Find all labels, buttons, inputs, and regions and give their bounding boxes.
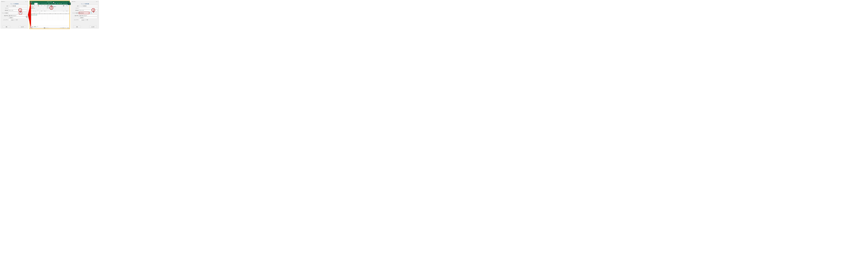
redo-icon[interactable]: ↷ [34, 1, 35, 2]
label-comment: コメント [72, 8, 79, 9]
label-name: 名前 [72, 5, 79, 7]
zoom-in[interactable]: + [66, 28, 67, 28]
property-panel-after: プロパティ ▼ ✕ ウィンドウ状態待機 名前 ウィンドウ状態待機 コメント 取得… [71, 1, 99, 29]
zoom-value[interactable]: 100% [67, 28, 69, 28]
revert-button[interactable]: 元に戻す [19, 26, 26, 28]
pagebreak-view-icon[interactable] [47, 27, 49, 28]
paste-label[interactable]: 貼り付け [31, 8, 34, 9]
waitmode-select[interactable]: 一定時間待つ▼ [79, 17, 98, 18]
tab-signin[interactable]: サインイン [63, 3, 67, 5]
section-title: ウィンドウ状態待機 [1, 3, 28, 5]
group-edit[interactable]: 編集 [66, 10, 68, 11]
label-comment: コメント [1, 8, 8, 9]
col-header[interactable]: E [53, 13, 58, 14]
name-input[interactable]: ウィンドウ状態待機 [8, 5, 28, 7]
group-number[interactable]: 数値 [44, 10, 45, 11]
update-button[interactable]: 更新 [73, 26, 81, 28]
step-badge-3: 3 [92, 8, 95, 12]
property-panel-before: プロパティ ▼ ✕ ウィンドウ状態待機 名前 ウィンドウ状態待機 コメント 取得… [1, 1, 28, 29]
excel-window: 💾 ↶ ↷ ▾ Book1 - Excel ▢ — ▢ ✕ ファイル ホーム 挿… [29, 1, 70, 29]
pin-icon[interactable]: ▼ [25, 1, 26, 2]
paste-icon[interactable]: 📋 [31, 6, 34, 8]
label-timeout: タイムアウト [1, 20, 8, 21]
result-select[interactable]: 変数名を選択▼ [8, 9, 28, 11]
col-header[interactable]: D [48, 13, 53, 14]
ribbon-tabs: ファイル ホーム 挿入 ページ レイアウト 数式 データ 校閲 表示 💡 操作 … [30, 3, 70, 5]
maximize-icon[interactable]: ▢ [66, 2, 67, 2]
window-id-select[interactable]: Book1-Excel▼ [79, 12, 89, 14]
timeout-input[interactable]: 10,000 ▲▼ [8, 19, 15, 21]
update-button[interactable]: 更新 [3, 26, 10, 28]
panel-titlebar: プロパティ ▼ ✕ [71, 1, 99, 2]
group-styles: スタイル [53, 10, 56, 11]
label-wid: ウィンドウ識別名 [72, 12, 79, 13]
group-font[interactable]: フォント [37, 10, 39, 11]
spinner-down[interactable]: ▼ [84, 20, 85, 21]
excel-title: Book1 - Excel [36, 2, 63, 2]
timeout-input[interactable]: 10,000 ▲▼ [79, 19, 85, 21]
comment-input[interactable] [79, 7, 98, 9]
col-header[interactable]: C [42, 13, 48, 14]
step-badge-2: 2 [50, 6, 53, 10]
cancel-fx-icon: ✕ [35, 12, 36, 13]
formatpainter-icon[interactable]: 🖌 [34, 8, 35, 9]
cut-icon[interactable]: ✂ [34, 5, 35, 6]
find-icon[interactable]: 🔍 [66, 5, 67, 6]
sheet-tab[interactable]: Sheet1 [33, 26, 37, 27]
svg-point-1 [20, 13, 21, 13]
new-sheet-icon[interactable]: + [37, 26, 38, 27]
col-header[interactable]: B [37, 13, 42, 14]
panel-title: プロパティ [1, 1, 25, 2]
close-icon[interactable]: ✕ [27, 1, 28, 2]
name-input[interactable]: ウィンドウ状態待機 [79, 5, 98, 7]
section-title: ウィンドウ状態待機 [72, 3, 98, 5]
close-icon[interactable]: ✕ [97, 1, 98, 2]
label-name: 名前 [1, 5, 8, 7]
ribbon-options-icon[interactable]: ▢ [63, 2, 63, 2]
label-result: 取得結果 [72, 10, 79, 11]
comment-input[interactable] [8, 7, 28, 9]
waitmode-select[interactable]: 一定時間待つ▼ [8, 17, 28, 18]
minimize-icon[interactable]: — [64, 2, 65, 2]
col-header[interactable]: A [32, 13, 37, 14]
pagelayout-view-icon[interactable] [45, 27, 47, 28]
result-select[interactable]: 変数名を選択▼ [79, 9, 98, 11]
col-header[interactable]: F [58, 13, 63, 14]
collapse-ribbon-icon[interactable]: ˄ [68, 5, 69, 11]
spinner-down[interactable]: ▼ [14, 20, 15, 21]
label-result: 取得結果 [1, 10, 8, 11]
tab-formulas[interactable]: 数式 [48, 3, 51, 5]
timeout-unit: ミリ秒 [15, 20, 18, 21]
col-header[interactable]: G [63, 13, 69, 14]
label-screenchange: 画面の変化 [72, 15, 79, 16]
panel-title: プロパティ [72, 1, 96, 2]
status-text: 準備完了 [30, 28, 33, 29]
pin-icon[interactable]: ▼ [96, 1, 97, 2]
close-icon[interactable]: ✕ [68, 2, 69, 2]
normal-view-icon[interactable] [44, 27, 45, 28]
group-align[interactable]: 配置 [41, 10, 42, 11]
share-button[interactable]: 👤共有 [68, 2, 71, 5]
spreadsheet-grid[interactable]: A B C D E F G 1 2 3 4 5 [30, 13, 70, 26]
undo-icon[interactable]: ↶ [32, 1, 33, 2]
step-badge-1: 1 [19, 8, 22, 12]
cursor-icon [53, 2, 55, 4]
fx-icon[interactable]: fx [39, 12, 40, 13]
tab-view[interactable]: 表示 [57, 3, 59, 5]
screenchange-select[interactable]: 画面が表示されるまで▼ [79, 15, 98, 16]
tab-layout[interactable]: ページ レイアウト [40, 3, 48, 5]
tab-insert[interactable]: 挿入 [38, 3, 40, 5]
cells-icon[interactable]: ▦ [63, 5, 64, 6]
zoom-out[interactable]: − [59, 28, 60, 28]
target-picker-button[interactable] [90, 12, 92, 14]
label-screenchange: 画面の変化 [1, 15, 8, 16]
copy-icon[interactable]: 📄 [34, 6, 35, 7]
tab-tell[interactable]: 操作 [60, 3, 63, 5]
crosshair-icon [90, 12, 92, 14]
screenchange-select[interactable]: 画面が表示されるまで▼ [8, 15, 28, 16]
revert-button[interactable]: 元に戻す [89, 26, 97, 28]
confirm-fx-icon: ✓ [36, 12, 37, 13]
group-cells[interactable]: セル [63, 10, 64, 11]
tab-home[interactable]: ホーム [34, 3, 37, 5]
window-id-select[interactable]: ▼ [8, 12, 19, 14]
